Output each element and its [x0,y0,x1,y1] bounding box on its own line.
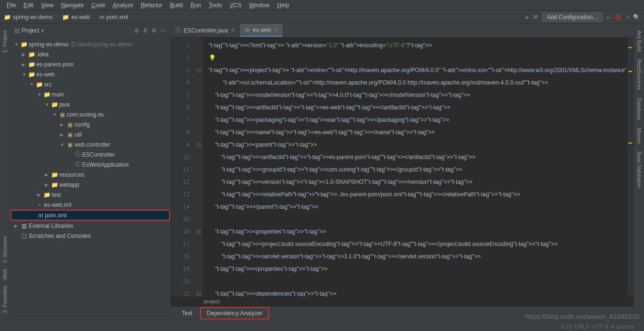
tool-tab-structure[interactable]: 1: Structure [2,233,8,266]
breadcrumbs: 📁spring-es-demo〉📁es-web〉mpom.xml [4,13,128,21]
locate-icon[interactable]: ⊕ [134,27,139,34]
tree-item-pom-xml[interactable]: mpom.xml [11,210,170,221]
tree-item-webapp[interactable]: ▶📁webapp [11,180,170,190]
editor-tab-escontroller-java[interactable]: ⒸESController.java✕ [171,24,240,37]
menu-edit[interactable]: Edit [20,2,37,9]
tree-item-es-parent-pom[interactable]: ▶📁es-parent-pom [11,59,170,69]
tool-tab-project[interactable]: 1: Project [2,28,8,55]
tool-tab-database[interactable]: Database [636,95,642,123]
menu-refactor[interactable]: Refactor [137,2,166,9]
menu-run[interactable]: Run [187,2,205,9]
menu-bar: FileEditViewNavigateCodeAnalyzeRefactorB… [0,0,644,11]
tool-tab-antbuild[interactable]: Ant Build [636,28,642,54]
menu-view[interactable]: View [37,2,57,9]
editor-area: ⒸESController.java✕mes-web✕ 123456789101… [171,24,633,320]
watermark: https://blog.csdn.net/weixin_41846320 [526,313,639,320]
editor-breadcrumb[interactable]: project [171,297,633,306]
breadcrumb-pom.xml[interactable]: mpom.xml [99,14,128,21]
menu-help[interactable]: Help [273,2,293,9]
caret-pos: 3:29 [560,323,571,330]
tree-item-main[interactable]: ▼📁main [11,89,170,99]
run-config-dropdown[interactable]: Add Configuration... [542,12,603,22]
encoding[interactable]: UTF-8 [592,323,608,330]
hide-icon[interactable]: — [161,27,166,34]
project-tool-window: ▤ Project ▾ ⊕ ⇵ ⚙ — ▼📁spring-es-demoD:\w… [11,24,171,320]
left-tool-strip: 1: Project 1: StructureWeb2: Favorites [0,24,11,320]
breadcrumb-spring-es-demo[interactable]: 📁spring-es-demo [4,14,53,21]
close-icon[interactable]: ✕ [274,27,278,32]
menu-code[interactable]: Code [87,2,109,9]
editor-tab-es-web[interactable]: mes-web✕ [240,24,283,37]
tree-item-scratches-and-consoles[interactable]: ▢Scratches and Consoles [11,231,170,241]
stop-icon[interactable]: ■ [626,14,629,21]
editor-view-tab-dependency-analyzer[interactable]: Dependency Analyzer [200,307,269,320]
project-tree[interactable]: ▼📁spring-es-demoD:\work\spring-es-demo▶📁… [11,37,170,320]
tree-item-es-web-iml[interactable]: ▫es-web.iml [11,200,170,210]
tree-item-src[interactable]: ▼📁src [11,79,170,89]
search-icon[interactable]: 🔍 [633,14,640,21]
tree-item-config[interactable]: ▶▣config [11,119,170,129]
menu-file[interactable]: File [3,2,20,9]
close-icon[interactable]: ✕ [231,28,235,33]
indent[interactable]: 4 spaces [611,323,634,330]
hammer-icon[interactable]: ⚒ [533,14,538,21]
line-gutter: 123456789101112131415161718192021 [171,37,194,297]
gear-icon[interactable]: ⚙ [151,27,157,34]
tool-tab-web[interactable]: Web [2,266,8,282]
tool-tab-favorites[interactable]: 2: Favorites [2,283,8,316]
panel-title: Project [21,27,39,34]
tree-item--idea[interactable]: ▶📁.idea [11,49,170,59]
tool-tab-restservices[interactable]: RestServices [636,56,642,93]
tool-tab-maven[interactable]: Maven [636,125,642,147]
breadcrumb-es-web[interactable]: 📁es-web [62,14,90,21]
tree-item-util[interactable]: ▶▣util [11,129,170,139]
menu-build[interactable]: Build [166,2,187,9]
editor-view-tab-text[interactable]: Text [176,308,198,319]
build-icon[interactable]: ▸ [526,14,529,21]
line-sep[interactable]: CRLF [574,323,589,330]
tree-item-es-web[interactable]: ▼📁es-web [11,69,170,79]
tree-item-spring-es-demo[interactable]: ▼📁spring-es-demoD:\work\spring-es-demo [11,39,170,49]
code-editor[interactable]: "t-tag""t-tag">><?xml"t-tag">> "t-attr">… [203,37,627,297]
tree-item-java[interactable]: ▼📁java [11,99,170,109]
toolbar: 📁spring-es-demo〉📁es-web〉mpom.xml ▸ ⚒ Add… [0,11,644,24]
tree-item-eswebapplication[interactable]: ⒸEsWebApplication [11,160,170,170]
editor-tabs: ⒸESController.java✕mes-web✕ [171,24,633,37]
menu-window[interactable]: Window [245,2,273,9]
tree-item-escontroller[interactable]: ⒸESController [11,149,170,160]
tool-tab-beanvalidation[interactable]: Bean Validation [636,149,642,191]
tree-item-resources[interactable]: ▶📁resources [11,170,170,180]
menu-navigate[interactable]: Navigate [57,2,87,9]
fold-column[interactable]: ⊟⊟⊟⊟ [194,37,203,297]
menu-vcs[interactable]: VCS [226,2,246,9]
run-icon[interactable]: ▶ [607,14,611,21]
menu-tools[interactable]: Tools [205,2,226,9]
tree-item-web-controller[interactable]: ▼▣web.controller [11,139,170,149]
collapse-icon[interactable]: ⇵ [143,27,148,34]
menu-analyze[interactable]: Analyze [109,2,137,9]
tree-item-com-suning-es[interactable]: ▼▣com.suning.es [11,109,170,119]
error-stripe[interactable] [627,37,633,297]
tree-item-test[interactable]: ▶📁test [11,190,170,200]
tree-item-external-libraries[interactable]: ▶▥External Libraries [11,221,170,231]
debug-icon[interactable]: 🐞 [615,14,622,21]
right-tool-strip: Ant BuildRestServicesDatabaseMavenBean V… [633,24,644,320]
